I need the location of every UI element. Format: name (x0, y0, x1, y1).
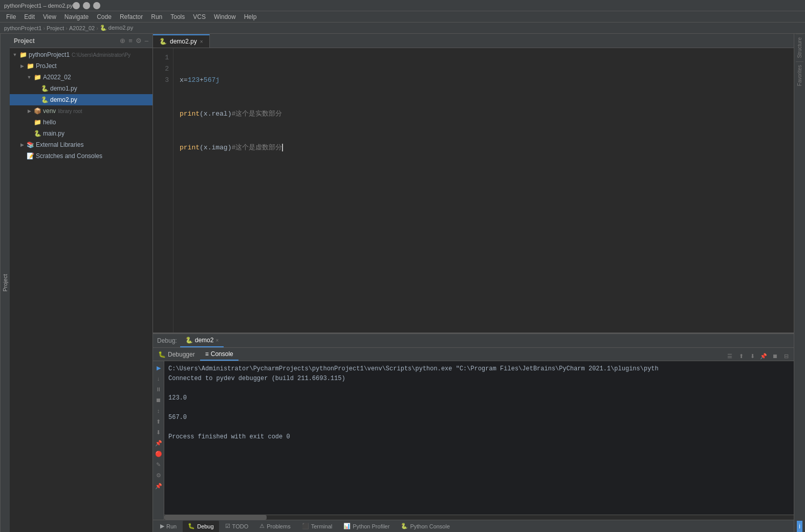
editor-tab-demo2[interactable]: 🐍 demo2.py × (153, 34, 210, 48)
console-line-3 (168, 384, 790, 393)
panel-gear-icon[interactable]: ⚙ (136, 37, 142, 45)
tree-label-project: ProJect (36, 62, 57, 70)
console-tool-scroll[interactable]: ☰ (725, 351, 734, 361)
menu-run[interactable]: Run (147, 11, 166, 22)
menu-code[interactable]: Code (93, 11, 116, 22)
project-panel-label[interactable]: Project (0, 34, 10, 532)
debug-bar: Debug: 🐍 demo2 × (153, 334, 794, 348)
console-line-8: Process finished with exit code 0 (168, 432, 790, 442)
bottom-tab-problems[interactable]: ⚠ Problems (254, 521, 295, 532)
favorites-sidebar-label[interactable]: Favorites (796, 61, 803, 89)
panel-list-icon[interactable]: ≡ (128, 37, 133, 45)
venv-icon: 📦 (33, 107, 41, 115)
breadcrumb-project1[interactable]: pythonProject1 (4, 25, 41, 31)
tree-item-project[interactable]: ▶ 📁 ProJect (10, 60, 153, 72)
menu-navigate[interactable]: Navigate (60, 11, 93, 22)
py-icon-main: 🐍 (33, 129, 41, 138)
breadcrumb-project[interactable]: Project (47, 25, 64, 31)
breadcrumb-a2022[interactable]: A2022_02 (69, 25, 95, 31)
debug-mute-btn[interactable]: 🔴 (154, 449, 163, 458)
debug-stop-btn[interactable]: ⏹ (154, 395, 163, 405)
folder-icon-root: 📁 (19, 51, 27, 59)
tree-item-ext-libs[interactable]: ▶ 📚 External Libraries (10, 139, 153, 150)
tree-item-scratches[interactable]: ▶ 📝 Scratches and Consoles (10, 150, 153, 162)
debug-tab-demo2[interactable]: 🐍 demo2 × (180, 334, 224, 347)
debug-resume-btn[interactable]: ▶ (154, 363, 163, 372)
panel-add-icon[interactable]: ⊕ (120, 37, 125, 45)
tree-item-root[interactable]: ▼ 📁 pythonProject1 C:\Users\Administrato… (10, 49, 153, 60)
debug-step-over-btn[interactable]: ↓ (154, 374, 163, 383)
tree-extra-root: C:\Users\Administrator\Py (72, 52, 130, 58)
code-area[interactable]: x=123+567j print(x.real)#这个是实数部分 print(x… (173, 48, 794, 332)
debug-step-out-btn[interactable]: ⬆ (154, 417, 163, 426)
menu-view[interactable]: View (39, 11, 60, 22)
ext-lib-icon: 📚 (26, 141, 34, 149)
console-tool-up[interactable]: ⬆ (736, 351, 746, 361)
editor-content[interactable]: 1 2 3 x=123+567j print(x.real)#这个是实数部分 p… (153, 48, 794, 332)
debug-pin-btn[interactable]: 📌 (154, 481, 163, 491)
tree-item-hello[interactable]: ▶ 📁 hello (10, 117, 153, 128)
menu-file[interactable]: File (2, 11, 20, 22)
terminal-icon: ⬛ (302, 523, 309, 529)
folder-icon-hello: 📁 (33, 118, 41, 126)
breadcrumb-demo2[interactable]: 🐍demo2.py (100, 25, 133, 31)
debug-pause-btn[interactable]: ⏸ (154, 385, 163, 394)
bottom-tab-py-console[interactable]: 🐍 Python Console (396, 521, 455, 532)
bottom-tab-terminal[interactable]: ⬛ Terminal (297, 521, 338, 532)
console-content[interactable]: C:\Users\Administrator\PycharmProjects\p… (164, 361, 794, 515)
debug-settings-btn[interactable]: ⚙ (154, 471, 163, 480)
bottom-tab-debug[interactable]: 🐛 Debug (183, 521, 219, 532)
debug-tab-debugger[interactable]: 🐛 Debugger (153, 348, 200, 361)
panel-header: Project ⊕ ≡ ⚙ – (10, 34, 153, 48)
console-tool-down[interactable]: ⬇ (748, 351, 757, 361)
tree-label-demo1: demo1.py (50, 85, 77, 92)
tree-label-demo2: demo2.py (50, 96, 77, 103)
menu-window[interactable]: Window (210, 11, 240, 22)
debug-tab-console[interactable]: ≡ Console (200, 348, 238, 361)
tab-close-demo2[interactable]: × (200, 39, 203, 45)
tree-arrow-ext-libs: ▶ (19, 142, 25, 148)
debug-label: Debug: (157, 337, 177, 344)
tree-label-main: main.py (43, 130, 64, 137)
debug-breakpoints-btn[interactable]: 📌 (154, 438, 163, 448)
tree-item-main[interactable]: ▶ 🐍 main.py (10, 128, 153, 139)
console-tool-pin[interactable]: 📌 (759, 351, 768, 361)
bottom-tab-run[interactable]: ▶ Run (155, 521, 182, 532)
tree-arrow-a2022: ▼ (26, 74, 32, 80)
menu-edit[interactable]: Edit (20, 11, 39, 22)
close-button[interactable] (93, 2, 100, 9)
console-scrollbar-thumb[interactable] (164, 515, 267, 520)
tree-item-a2022[interactable]: ▼ 📁 A2022_02 (10, 72, 153, 83)
console-scrollbar[interactable] (164, 515, 794, 520)
structure-sidebar-label[interactable]: Structure (796, 34, 803, 61)
menu-vcs[interactable]: VCS (189, 11, 210, 22)
menu-help[interactable]: Help (240, 11, 261, 22)
debug-step-into-btn[interactable]: ↕ (154, 406, 163, 415)
bottom-tab-profiler[interactable]: 📊 Python Profiler (338, 521, 395, 532)
panel-collapse-icon[interactable]: – (145, 37, 148, 45)
minimize-button[interactable] (73, 2, 80, 9)
breadcrumb-sep-3: › (96, 25, 98, 31)
debug-tab-close[interactable]: × (215, 338, 219, 343)
menu-refactor[interactable]: Refactor (116, 11, 147, 22)
debug-tab-icon: 🐍 (185, 337, 193, 344)
info-badge[interactable]: i (797, 521, 802, 532)
console-line-4: 123.0 (168, 393, 790, 403)
tree-label-a2022: A2022_02 (43, 74, 71, 81)
console-tab-label: Console (211, 350, 233, 358)
tree-item-demo1[interactable]: ▶ 🐍 demo1.py (10, 83, 153, 94)
maximize-button[interactable] (83, 2, 90, 9)
console-line-5 (168, 403, 790, 413)
tree-item-venv[interactable]: ▶ 📦 venv library root (10, 105, 153, 117)
debug-section: Debug: 🐍 demo2 × 🐛 Debugger ≡ Console (153, 332, 794, 532)
bottom-tab-debug-label: Debug (197, 523, 213, 529)
console-tool-split[interactable]: ⊟ (781, 351, 791, 361)
tree-item-demo2[interactable]: ▶ 🐍 demo2.py (10, 94, 153, 105)
editor-area: 🐍 demo2.py × 1 2 3 x=123+567j print(x.re… (153, 34, 794, 532)
bottom-tab-todo[interactable]: ☑ TODO (220, 521, 254, 532)
debug-run-cursor-btn[interactable]: ⬇ (154, 428, 163, 437)
line-num-1: 1 (157, 52, 169, 63)
console-tool-stop[interactable]: ⏹ (770, 351, 779, 361)
menu-tools[interactable]: Tools (166, 11, 189, 22)
debug-edit-btn[interactable]: ✎ (154, 460, 163, 469)
